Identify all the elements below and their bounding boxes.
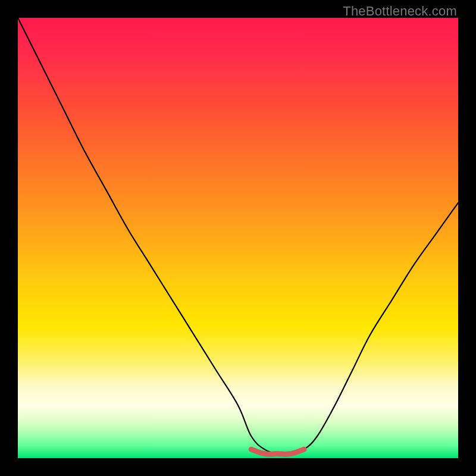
plot-area [18, 18, 458, 458]
flat-marker [251, 449, 304, 454]
chart-frame: TheBottleneck.com [0, 0, 476, 476]
chart-svg [18, 18, 458, 458]
watermark-label: TheBottleneck.com [343, 4, 457, 19]
bottleneck-curve [18, 18, 458, 455]
